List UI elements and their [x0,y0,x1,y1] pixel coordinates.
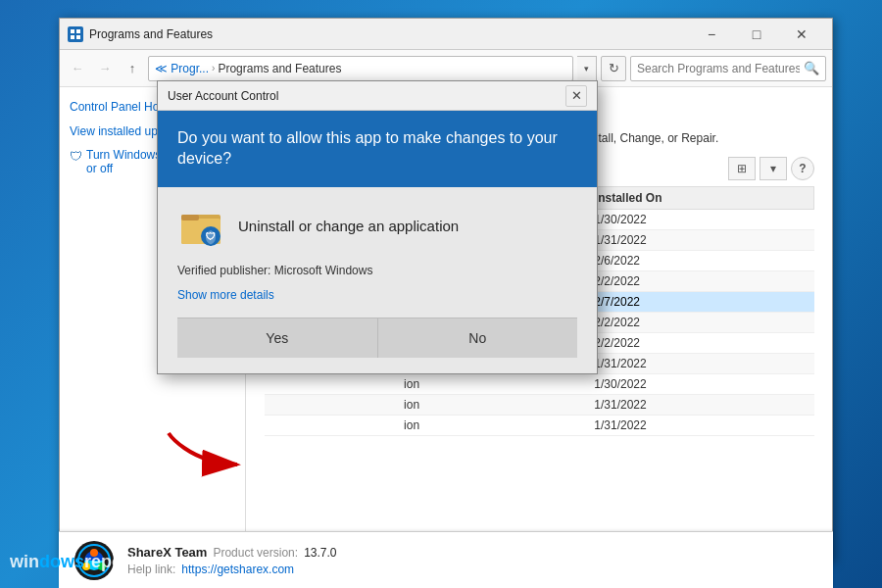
svg-rect-1 [76,29,80,33]
uac-no-button[interactable]: No [378,318,578,358]
breadcrumb-short[interactable]: ≪ Progr... [155,62,209,75]
sharex-link[interactable]: https://getsharex.com [181,563,294,576]
uac-title-text: User Account Control [168,89,565,103]
refresh-button[interactable]: ↻ [601,56,626,81]
svg-rect-6 [181,215,199,220]
cell-installed: 1/31/2022 [586,354,813,374]
sharex-team: ShareX Team [127,545,207,560]
cell-name [265,395,397,416]
cell-publisher: ion [396,395,586,416]
table-row[interactable]: ion 1/31/2022 [265,395,814,416]
uac-dialog: User Account Control ✕ Do you want to al… [157,80,598,374]
cell-name [265,416,397,436]
close-button[interactable]: ✕ [779,19,824,50]
uac-app-row: 🛡 Uninstall or change an application [177,203,577,250]
window-controls: − □ ✕ [689,19,824,50]
cell-publisher: ion [396,374,586,395]
search-input[interactable] [637,62,800,75]
table-row[interactable]: ion 1/30/2022 [265,374,814,395]
uac-publisher: Verified publisher: Microsoft Windows [177,264,577,277]
view-button[interactable]: ⊞ [728,157,756,180]
uac-show-more[interactable]: Show more details [177,288,274,302]
cell-installed: 1/31/2022 [586,416,813,436]
maximize-button[interactable]: □ [734,19,779,50]
sharex-version: 13.7.0 [304,546,336,560]
watermark-suffix: report [84,552,135,571]
uac-close-button[interactable]: ✕ [565,85,587,107]
back-button[interactable]: ← [66,57,89,80]
minimize-button[interactable]: − [689,19,734,50]
cell-installed: 1/31/2022 [586,395,813,416]
cell-installed: 2/7/2022 [586,292,813,313]
cell-publisher: ion [396,416,586,436]
cell-installed: 1/31/2022 [586,230,813,251]
cell-installed: 2/6/2022 [586,251,813,271]
uac-publisher-name: Microsoft Windows [274,264,373,277]
window-title: Programs and Features [89,27,689,41]
cell-installed: 1/30/2022 [586,210,813,230]
red-arrow [159,423,276,482]
uac-buttons: Yes No [177,318,577,358]
cell-installed: 2/2/2022 [586,313,813,333]
cell-installed: 2/2/2022 [586,271,813,292]
svg-text:🛡: 🛡 [206,231,216,242]
uac-yes-button[interactable]: Yes [177,318,378,358]
up-button[interactable]: ↑ [121,57,144,80]
uac-app-name: Uninstall or change an application [238,218,459,234]
sharex-bottom: Help link: https://getsharex.com [127,563,337,576]
svg-rect-3 [76,35,80,39]
sharex-product-label: Product version: [213,546,298,560]
uac-header: Do you want to allow this app to make ch… [158,111,597,187]
svg-rect-2 [71,35,74,39]
sharex-info: ShareX Team Product version: 13.7.0 Help… [127,545,337,576]
breadcrumb-current: Programs and Features [218,62,341,75]
bottom-bar: ShareX Team Product version: 13.7.0 Help… [59,531,833,588]
cell-installed: 2/2/2022 [586,333,813,354]
uac-body: 🛡 Uninstall or change an application Ver… [158,187,597,373]
watermark-prefix: win [10,552,39,571]
help-button[interactable]: ? [791,157,814,180]
window-icon [68,26,83,42]
svg-rect-0 [71,29,74,33]
breadcrumb: ≪ Progr... › Programs and Features [148,56,573,81]
uac-title-bar: User Account Control ✕ [158,81,597,111]
title-bar: Programs and Features − □ ✕ [60,19,832,50]
shield-icon: 🛡 [70,149,82,164]
uac-app-icon: 🛡 [177,203,224,250]
search-icon: 🔍 [804,61,819,75]
uac-question: Do you want to allow this app to make ch… [177,128,577,170]
uac-publisher-label: Verified publisher: [177,264,274,277]
watermark: windowsreport [10,552,135,572]
search-bar: 🔍 [630,56,826,81]
watermark-highlight: dows [39,552,84,571]
sharex-top: ShareX Team Product version: 13.7.0 [127,545,337,560]
col-installed: Installed On [586,187,813,210]
breadcrumb-dropdown[interactable]: ▾ [577,56,597,81]
cell-name [265,374,397,395]
breadcrumb-separator: › [212,63,215,74]
table-row[interactable]: ion 1/31/2022 [265,416,814,436]
cell-installed: 1/30/2022 [586,374,813,395]
view-dropdown-button[interactable]: ▾ [760,157,787,180]
forward-button[interactable]: → [93,57,117,80]
